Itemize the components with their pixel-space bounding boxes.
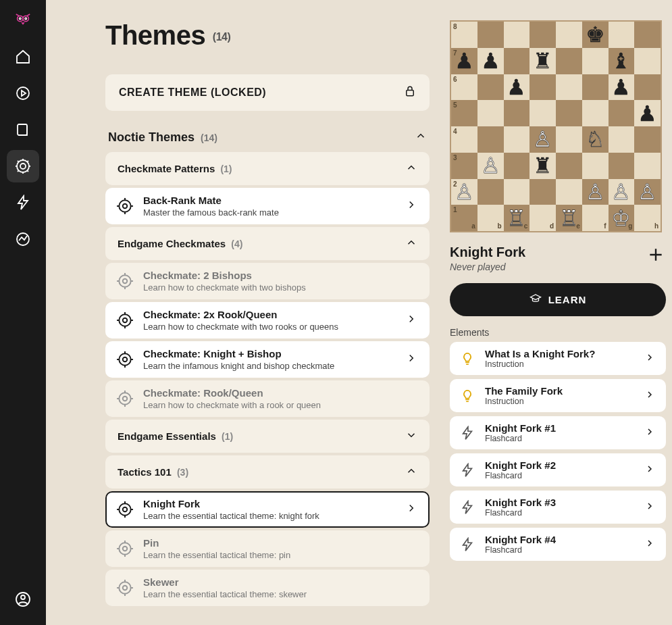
board-square: e♖ [556, 205, 582, 231]
svg-point-29 [119, 582, 130, 593]
chevron-up-icon [405, 161, 417, 176]
nav-home[interactable] [7, 41, 39, 73]
theme-item[interactable]: Back-Rank MateMaster the famous back-ran… [105, 188, 430, 224]
piece-wp: ♙ [533, 128, 552, 150]
element-item[interactable]: What Is a Knight Fork?Instruction [450, 342, 666, 375]
board-square: ♙ [634, 179, 661, 205]
piece-br: ♜ [533, 155, 552, 176]
nav-account[interactable] [7, 583, 39, 616]
theme-title: Skewer [143, 576, 409, 588]
target-icon [115, 196, 135, 216]
element-item[interactable]: The Family ForkInstruction [450, 379, 666, 412]
graduation-cap-icon [529, 293, 542, 307]
learn-button[interactable]: LEARN [450, 283, 666, 316]
theme-subtitle: Learn the infamous knight and bishop che… [143, 361, 397, 371]
board-square [504, 22, 530, 48]
board-square: ♙ [477, 153, 504, 179]
board-square [609, 22, 635, 48]
theme-title: Checkmate: 2 Bishops [143, 270, 409, 281]
theme-subtitle: Learn how to checkmate with a rook or qu… [143, 400, 409, 410]
board-square [634, 22, 661, 48]
element-item[interactable]: Knight Fork #2Flashcard [450, 453, 666, 486]
file-label: f [604, 222, 606, 230]
rank-label: 1 [453, 206, 457, 214]
board-square: ♙ [529, 126, 556, 153]
svg-point-3 [25, 18, 27, 20]
board-square: 8 [451, 22, 477, 48]
theme-item[interactable]: Checkmate: Rook/QueenLearn how to checkm… [105, 380, 430, 417]
group-header[interactable]: Checkmate Patterns (1) [105, 152, 430, 185]
rank-label: 7 [453, 49, 457, 57]
board-square [609, 100, 635, 126]
page-title: Themes (14) [105, 20, 430, 51]
theme-item[interactable]: Checkmate: 2x Rook/QueenLearn how to che… [105, 302, 430, 339]
piece-bp: ♟ [455, 50, 474, 72]
section-noctie-themes[interactable]: Noctie Themes (14) [105, 126, 430, 152]
theme-item[interactable]: SkewerLearn the essential tactical theme… [105, 570, 430, 606]
nav-bolt[interactable] [7, 186, 39, 219]
element-subtitle: Instruction [485, 397, 635, 406]
chevron-up-icon [405, 465, 417, 479]
theme-item[interactable]: Checkmate: Knight + BishopLearn the infa… [105, 341, 430, 378]
board-square: b [477, 205, 504, 231]
theme-subtitle: Learn the essential tactical theme: knig… [143, 511, 397, 521]
board-square: ♟ [504, 74, 530, 101]
board-square [477, 100, 504, 126]
board-square [556, 100, 582, 126]
board-square [556, 74, 582, 101]
bolt-icon [459, 425, 475, 441]
chevron-right-icon [644, 464, 655, 477]
board-square [556, 48, 582, 74]
section-title: Noctie Themes [108, 130, 195, 144]
element-item[interactable]: Knight Fork #3Flashcard [450, 491, 666, 524]
rank-label: 4 [453, 128, 457, 135]
nav-cards[interactable] [7, 114, 39, 146]
rank-label: 5 [453, 101, 457, 109]
theme-title: Checkmate: 2x Rook/Queen [143, 309, 397, 320]
svg-point-20 [123, 357, 128, 362]
nav-play[interactable] [7, 77, 39, 109]
bolt-icon [459, 462, 475, 478]
group-header[interactable]: Endgame Checkmates (4) [105, 227, 430, 260]
piece-wp: ♙ [638, 181, 657, 203]
theme-item[interactable]: Knight ForkLearn the essential tactical … [105, 491, 430, 528]
board-square: 6 [451, 74, 477, 101]
bolt-icon [459, 499, 475, 516]
element-item[interactable]: Knight Fork #1Flashcard [450, 416, 666, 449]
board-square: ♜ [529, 48, 556, 74]
chevron-right-icon [644, 426, 655, 440]
group-header[interactable]: Tactics 101 (3) [105, 455, 430, 489]
chevron-right-icon [644, 389, 655, 403]
theme-item[interactable]: Checkmate: 2 BishopsLearn how to checkma… [105, 263, 430, 299]
board-square: ♜ [529, 153, 556, 179]
piece-br: ♜ [533, 50, 552, 72]
chevron-right-icon [644, 501, 655, 514]
element-item[interactable]: Knight Fork #4Flashcard [450, 528, 666, 561]
theme-item[interactable]: PinLearn the essential tactical theme: p… [105, 530, 430, 567]
svg-point-30 [123, 586, 128, 591]
board-square: c♖ [504, 205, 530, 231]
element-subtitle: Flashcard [485, 434, 635, 443]
detail-status: Never played [450, 261, 525, 272]
svg-point-14 [119, 275, 130, 286]
board-square [556, 153, 582, 179]
piece-bk: ♚ [586, 24, 605, 45]
svg-point-13 [123, 204, 128, 209]
board-square [529, 22, 556, 48]
group-count: (1) [222, 431, 233, 442]
board-square [477, 22, 504, 48]
chevron-right-icon [405, 352, 417, 367]
nav-stats[interactable] [7, 223, 39, 255]
theme-subtitle: Learn the essential tactical theme: pin [143, 550, 409, 560]
board-square [556, 179, 582, 205]
board-square [634, 126, 661, 153]
add-button[interactable] [646, 245, 666, 265]
create-theme-button[interactable]: CREATE THEME (LOCKED) [105, 74, 430, 111]
group-header[interactable]: Endgame Essentials (1) [105, 420, 430, 453]
target-icon [115, 539, 135, 559]
file-label: b [497, 222, 501, 230]
create-theme-label: CREATE THEME (LOCKED) [119, 86, 266, 99]
chevron-up-icon [405, 236, 417, 251]
nav-themes[interactable] [7, 150, 39, 182]
board-square [582, 100, 609, 126]
